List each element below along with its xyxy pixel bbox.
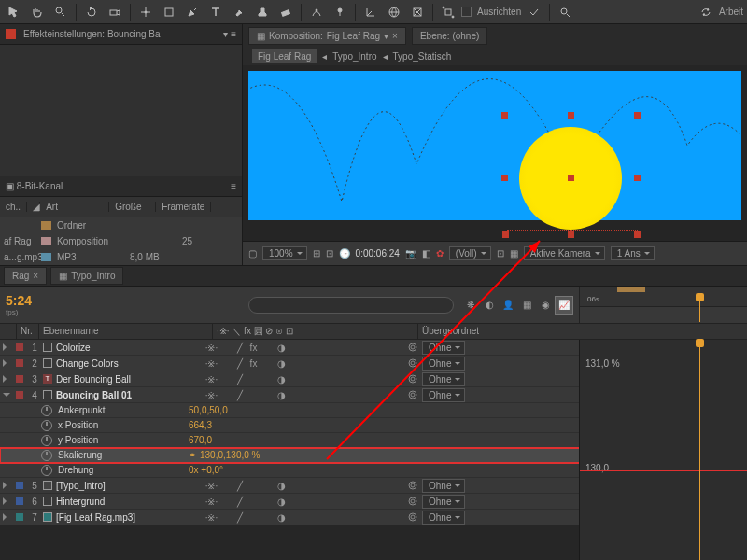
stopwatch-icon[interactable]: [41, 405, 52, 416]
label-color[interactable]: [16, 375, 23, 383]
fx-switch[interactable]: [247, 511, 260, 524]
stamp-tool[interactable]: [252, 2, 273, 22]
3d-switch[interactable]: [303, 357, 316, 370]
rotate-tool[interactable]: [81, 2, 102, 22]
fx-switch[interactable]: fx: [247, 342, 260, 354]
parent-dropdown[interactable]: Ohne: [422, 388, 465, 402]
close-icon[interactable]: ×: [392, 31, 398, 41]
frame-blend-switch[interactable]: [261, 342, 274, 354]
search-icon[interactable]: [555, 2, 575, 22]
twirl-icon[interactable]: [3, 343, 10, 351]
property-value[interactable]: 0x +0,0°: [189, 465, 375, 475]
project-item[interactable]: af RagKomposition25: [0, 233, 242, 249]
adjustment-switch[interactable]: [289, 389, 302, 401]
pin-tool[interactable]: [330, 2, 350, 22]
world-axis-icon[interactable]: [384, 2, 404, 22]
layer-name[interactable]: [Fig Leaf Rag.mp3]: [56, 512, 202, 523]
stopwatch-icon[interactable]: [41, 465, 52, 476]
motion-blur-switch[interactable]: ◑: [275, 389, 288, 401]
solo-switch[interactable]: [219, 357, 232, 370]
3d-switch[interactable]: [303, 342, 316, 354]
pickwhip-icon[interactable]: [407, 480, 418, 491]
brush-tool[interactable]: [229, 2, 249, 22]
rect-tool[interactable]: [159, 2, 179, 22]
shy-icon[interactable]: 👤: [499, 296, 517, 315]
property-value[interactable]: 130,0,130,0 %: [200, 450, 387, 460]
col-type[interactable]: Art: [40, 202, 109, 212]
3d-switch[interactable]: [303, 511, 316, 524]
transform-handle[interactable]: [501, 112, 508, 119]
motion-blur-icon[interactable]: ◉: [536, 296, 555, 315]
layer-name[interactable]: [Typo_Intro]: [56, 481, 202, 491]
solo-switch[interactable]: [219, 511, 232, 524]
workspace-label[interactable]: Arbeit: [719, 7, 743, 17]
frame-blend-switch[interactable]: [261, 496, 274, 508]
property-value[interactable]: 50,0,50,0: [189, 405, 375, 415]
project-item[interactable]: Ordner: [0, 217, 242, 233]
time-ruler[interactable]: 06s: [580, 294, 747, 307]
anchor-tool[interactable]: [135, 2, 156, 22]
motion-blur-switch[interactable]: ◑: [275, 342, 288, 354]
graph-editor[interactable]: 131,0 % 130,0 129,0: [579, 340, 747, 560]
layer-name[interactable]: Change Colors: [56, 358, 202, 369]
timeline-tab[interactable]: ▦Typo_Intro: [50, 267, 123, 285]
canvas[interactable]: [248, 71, 741, 220]
collapse-switch[interactable]: ╱: [233, 357, 246, 370]
snap-icon[interactable]: [438, 2, 458, 22]
parent-dropdown[interactable]: Ohne: [422, 372, 465, 386]
parent-dropdown[interactable]: Ohne: [422, 341, 465, 355]
pen-tool[interactable]: [182, 2, 203, 22]
pickwhip-icon[interactable]: [407, 373, 418, 385]
pickwhip-icon[interactable]: [407, 511, 418, 523]
text-tool[interactable]: [205, 2, 226, 22]
frame-blend-switch[interactable]: [261, 357, 274, 370]
solo-switch[interactable]: [219, 389, 232, 401]
pickwhip-icon[interactable]: [407, 342, 418, 353]
twirl-icon[interactable]: [3, 359, 10, 367]
col-framerate[interactable]: Framerate: [156, 202, 211, 212]
breadcrumb-item[interactable]: Typo_Intro: [332, 51, 376, 62]
chevron-down-icon[interactable]: ▾: [384, 31, 388, 41]
zoom-dropdown[interactable]: 100%: [262, 246, 307, 260]
layer-name[interactable]: Der Bouncing Ball: [56, 374, 202, 385]
layer-name[interactable]: Hintergrund: [56, 497, 202, 507]
pickwhip-icon[interactable]: [407, 357, 418, 369]
frame-blend-switch[interactable]: [261, 389, 274, 401]
mini-timeline[interactable]: [580, 287, 747, 294]
3d-switch[interactable]: [303, 480, 316, 492]
3d-switch[interactable]: [303, 389, 316, 401]
fx-switch[interactable]: [247, 389, 260, 401]
frame-blend-icon[interactable]: ▦: [517, 296, 536, 315]
solo-switch[interactable]: [219, 342, 232, 354]
local-axis-icon[interactable]: [360, 2, 381, 22]
col-label-icon[interactable]: ◢: [27, 202, 40, 212]
adjustment-switch[interactable]: [289, 357, 302, 370]
pickwhip-icon[interactable]: [407, 389, 418, 400]
parent-dropdown[interactable]: Ohne: [422, 495, 465, 509]
view-axis-icon[interactable]: [407, 2, 428, 22]
twirl-icon[interactable]: [3, 393, 10, 400]
resolution-dropdown[interactable]: (Voll): [449, 246, 491, 260]
anchor-handle[interactable]: [568, 175, 574, 181]
label-color[interactable]: [16, 497, 23, 505]
timeline-search[interactable]: [248, 297, 454, 314]
project-item[interactable]: a...g.mp3MP38,0 MB: [0, 249, 242, 265]
twirl-icon[interactable]: [3, 513, 10, 521]
hand-tool[interactable]: [27, 2, 48, 22]
layer-name[interactable]: Bouncing Ball 01: [56, 390, 202, 400]
twirl-icon[interactable]: [3, 375, 10, 383]
playhead[interactable]: [699, 340, 700, 560]
shy-switch[interactable]: ·※·: [205, 357, 218, 370]
collapse-switch[interactable]: ╱: [233, 496, 246, 508]
sync-icon[interactable]: [696, 2, 716, 22]
twirl-icon[interactable]: [3, 497, 10, 505]
shy-switch[interactable]: ·※·: [205, 480, 218, 492]
composition-viewer[interactable]: [243, 65, 747, 241]
shy-switch[interactable]: ·※·: [205, 511, 218, 524]
collapse-switch[interactable]: ╱: [233, 389, 246, 401]
color-mgmt-icon[interactable]: ✿: [436, 248, 444, 259]
zoom-tool[interactable]: [50, 2, 71, 22]
close-icon[interactable]: ×: [33, 271, 38, 281]
motion-blur-switch[interactable]: ◑: [275, 511, 288, 524]
draft3d-icon[interactable]: ◐: [480, 296, 499, 315]
